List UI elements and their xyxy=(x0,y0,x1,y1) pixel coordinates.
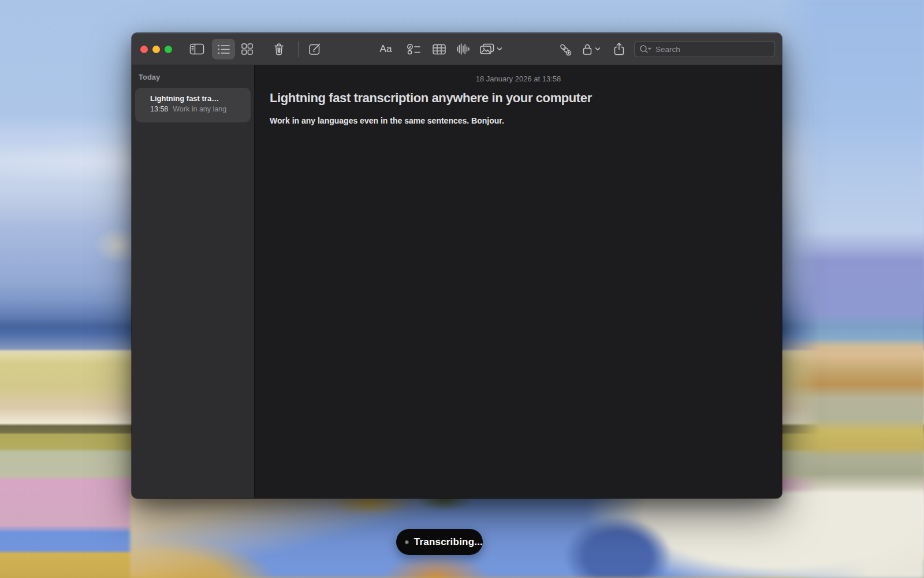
waveform-icon xyxy=(456,43,470,55)
media-button[interactable] xyxy=(476,39,506,59)
note-body-text: Work in any languages even in the same s… xyxy=(270,116,767,125)
checklist-button[interactable] xyxy=(403,39,424,59)
note-item-title: Lightning fast tra… xyxy=(150,94,245,103)
table-icon xyxy=(433,44,446,55)
trash-icon xyxy=(273,43,285,55)
table-button[interactable] xyxy=(429,39,449,59)
note-item-preview: Work in any lang xyxy=(173,105,226,113)
notes-window: Aa xyxy=(132,33,782,498)
zoom-button[interactable] xyxy=(165,46,172,53)
sidebar-icon xyxy=(189,43,204,55)
note-item-time: 13:58 xyxy=(150,105,168,113)
note-date: 18 January 2026 at 13:58 xyxy=(270,74,767,83)
wallpaper-bottom-field xyxy=(130,491,924,578)
new-note-button[interactable] xyxy=(304,39,325,59)
compose-icon xyxy=(308,43,321,55)
gallery-view-button[interactable] xyxy=(237,39,258,59)
search-field[interactable] xyxy=(634,41,775,57)
search-input[interactable] xyxy=(655,45,770,54)
note-list-item-selected[interactable]: Lightning fast tra… 13:58 Work in any la… xyxy=(135,88,251,122)
chevron-down-icon xyxy=(595,47,601,51)
transcribing-label: Transcribing... xyxy=(414,536,483,548)
format-button[interactable]: Aa xyxy=(375,39,396,59)
list-view-icon xyxy=(218,44,230,54)
chevron-down-icon xyxy=(497,47,502,51)
toolbar-divider xyxy=(298,41,299,57)
delete-note-button[interactable] xyxy=(269,39,289,59)
share-icon xyxy=(613,42,625,56)
transcribing-status-pill: Transcribing... xyxy=(396,529,483,555)
share-button[interactable] xyxy=(609,39,629,59)
toggle-sidebar-button[interactable] xyxy=(187,39,207,59)
traffic-lights xyxy=(140,46,172,53)
minimize-button[interactable] xyxy=(152,46,160,53)
spinner-sunburst-icon xyxy=(405,537,409,547)
link-add-icon xyxy=(558,42,572,56)
format-aa-label: Aa xyxy=(380,43,392,55)
notes-toolbar: Aa xyxy=(132,33,782,65)
media-icon xyxy=(479,43,494,55)
note-editor[interactable]: 18 January 2026 at 13:58 Lightning fast … xyxy=(255,65,782,498)
sidebar-section-today: Today xyxy=(139,73,247,81)
gallery-view-icon xyxy=(241,43,253,55)
close-button[interactable] xyxy=(140,46,148,53)
note-title: Lightning fast transcription anywhere in… xyxy=(270,91,767,106)
lock-button[interactable] xyxy=(576,39,606,59)
list-view-button[interactable] xyxy=(212,39,235,59)
search-icon xyxy=(639,44,653,54)
checklist-icon xyxy=(407,44,420,55)
lock-icon xyxy=(582,43,593,55)
audio-button[interactable] xyxy=(453,39,474,59)
add-link-button[interactable] xyxy=(554,39,575,59)
notes-sidebar: Today Lightning fast tra… 13:58 Work in … xyxy=(132,65,255,498)
